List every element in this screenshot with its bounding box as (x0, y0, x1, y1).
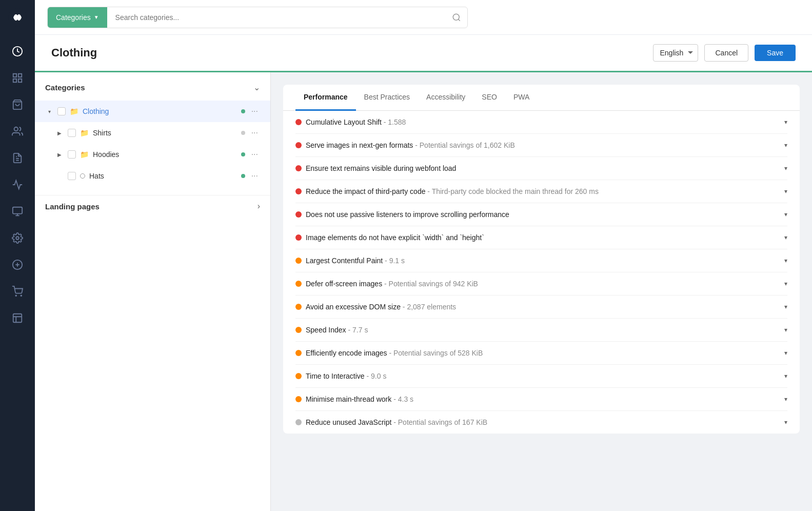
category-tree: ▾ 📁 Clothing ··· ▶ 📁 Shirts ··· (35, 101, 270, 195)
sidebar-item-catalog[interactable] (5, 66, 30, 90)
metric-dot (295, 281, 302, 287)
tree-checkbox-hats[interactable] (68, 172, 76, 180)
metric-expand-chevron[interactable]: ▾ (784, 165, 787, 172)
tree-more-shirts[interactable]: ··· (249, 126, 260, 140)
sidebar-item-add[interactable] (5, 252, 30, 277)
metric-expand-chevron[interactable]: ▾ (784, 349, 787, 357)
tree-label-hoodies: Hoodies (93, 150, 241, 159)
tree-toggle-shirts[interactable]: ▶ (55, 129, 64, 137)
metric-text: Defer off-screen images - Potential savi… (306, 280, 780, 288)
tab-seo[interactable]: SEO (473, 85, 505, 111)
metric-subtext: - 9.0 s (365, 372, 387, 380)
search-button[interactable] (446, 7, 467, 28)
metric-item: Efficiently encode images - Potential sa… (295, 342, 787, 365)
tree-checkbox-shirts[interactable] (68, 129, 76, 137)
tree-checkbox-clothing[interactable] (57, 107, 66, 115)
metric-text: Reduce unused JavaScript - Potential sav… (306, 418, 780, 426)
metric-expand-chevron[interactable]: ▾ (784, 396, 787, 403)
tree-checkbox-hoodies[interactable] (68, 150, 76, 159)
search-input[interactable] (107, 7, 446, 28)
metric-item: Largest Contentful Paint - 9.1 s▾ (295, 249, 787, 272)
folder-icon-clothing: 📁 (70, 107, 78, 115)
metric-subtext: - 1.588 (382, 118, 406, 126)
metric-expand-chevron[interactable]: ▾ (784, 119, 787, 126)
categories-button[interactable]: Categories ▼ (48, 7, 107, 28)
metric-dot (295, 350, 302, 356)
sidebar-item-cart[interactable] (5, 279, 30, 304)
metric-text: Avoid an excessive DOM size - 2,087 elem… (306, 303, 780, 311)
metric-item: Defer off-screen images - Potential savi… (295, 272, 787, 296)
tree-toggle-clothing[interactable]: ▾ (45, 107, 53, 115)
metric-expand-chevron[interactable]: ▾ (784, 211, 787, 218)
metric-text: Largest Contentful Paint - 9.1 s (306, 257, 780, 265)
tree-item-hats[interactable]: Hats ··· (35, 165, 270, 187)
metric-dot (295, 211, 302, 218)
metric-text: Efficiently encode images - Potential sa… (306, 349, 780, 357)
metric-expand-chevron[interactable]: ▾ (784, 234, 787, 241)
tree-more-hoodies[interactable]: ··· (249, 148, 260, 161)
metric-subtext: - Potential savings of 942 KiB (382, 280, 478, 288)
metric-dot (295, 419, 302, 425)
metric-expand-chevron[interactable]: ▾ (784, 372, 787, 380)
metric-item: Minimise main-thread work - 4.3 s▾ (295, 388, 787, 411)
tree-toggle-hoodies[interactable]: ▶ (55, 150, 64, 159)
svg-point-18 (15, 295, 16, 296)
sidebar-item-promotions[interactable] (5, 172, 30, 197)
folder-icon-hoodies: 📁 (80, 150, 89, 159)
language-select[interactable]: English (653, 44, 698, 62)
sidebar-item-orders[interactable] (5, 146, 30, 170)
cancel-button[interactable]: Cancel (704, 44, 748, 62)
main-content: Categories ▼ Clothing English Cancel Sav… (35, 0, 812, 511)
metric-expand-chevron[interactable]: ▾ (784, 419, 787, 426)
tree-item-shirts[interactable]: ▶ 📁 Shirts ··· (35, 122, 270, 144)
metric-dot (295, 258, 302, 264)
metric-expand-chevron[interactable]: ▾ (784, 280, 787, 287)
save-button[interactable]: Save (755, 45, 796, 61)
folder-icon-shirts: 📁 (80, 129, 89, 137)
landing-pages-title: Landing pages (45, 202, 100, 211)
metric-subtext: - Third-party code blocked the main thre… (425, 187, 598, 195)
metric-item: Serve images in next-gen formats - Poten… (295, 134, 787, 157)
tree-item-hoodies[interactable]: ▶ 📁 Hoodies ··· (35, 144, 270, 165)
metrics-list: Cumulative Layout Shift - 1.588▾Serve im… (283, 111, 800, 434)
metric-text: Speed Index - 7.7 s (306, 326, 780, 334)
svg-point-19 (21, 295, 22, 296)
tree-more-hats[interactable]: ··· (249, 169, 260, 183)
landing-pages-section[interactable]: Landing pages › (35, 195, 270, 217)
metric-item: Speed Index - 7.7 s▾ (295, 319, 787, 342)
sidebar-item-integrations[interactable] (5, 199, 30, 224)
sidebar (0, 0, 35, 511)
svg-rect-2 (13, 74, 16, 77)
metric-text: Image elements do not have explicit `wid… (306, 233, 780, 242)
sidebar-item-dashboard[interactable] (5, 39, 30, 64)
sidebar-item-users[interactable] (5, 119, 30, 144)
categories-section-title: Categories (45, 83, 85, 92)
metric-expand-chevron[interactable]: ▾ (784, 188, 787, 195)
metric-expand-chevron[interactable]: ▾ (784, 142, 787, 149)
metric-item: Cumulative Layout Shift - 1.588▾ (295, 111, 787, 134)
metric-expand-chevron[interactable]: ▾ (784, 257, 787, 264)
topbar: Categories ▼ (35, 0, 812, 35)
tree-label-shirts: Shirts (93, 129, 241, 137)
content-area: Categories ⌄ ▾ 📁 Clothing ··· ▶ (35, 72, 812, 511)
sidebar-item-settings[interactable] (5, 226, 30, 250)
tab-best-practices[interactable]: Best Practices (356, 85, 418, 111)
circle-icon-hats (80, 173, 85, 179)
tab-accessibility[interactable]: Accessibility (418, 85, 473, 111)
tree-item-clothing[interactable]: ▾ 📁 Clothing ··· (35, 101, 270, 122)
tree-more-clothing[interactable]: ··· (249, 105, 260, 118)
sidebar-item-analytics[interactable] (5, 306, 30, 330)
logo[interactable] (0, 0, 35, 35)
metric-expand-chevron[interactable]: ▾ (784, 303, 787, 310)
metric-dot (295, 188, 302, 194)
tab-pwa[interactable]: PWA (505, 85, 538, 111)
sidebar-item-products[interactable] (5, 92, 30, 117)
categories-section-header[interactable]: Categories ⌄ (35, 83, 270, 101)
metric-subtext: - 4.3 s (391, 395, 413, 403)
svg-rect-20 (13, 314, 22, 323)
metric-text: Reduce the impact of third-party code - … (306, 187, 780, 195)
tab-performance[interactable]: Performance (295, 85, 356, 111)
metric-dot (295, 373, 302, 379)
metric-subtext: - 7.7 s (346, 326, 368, 334)
metric-expand-chevron[interactable]: ▾ (784, 326, 787, 333)
